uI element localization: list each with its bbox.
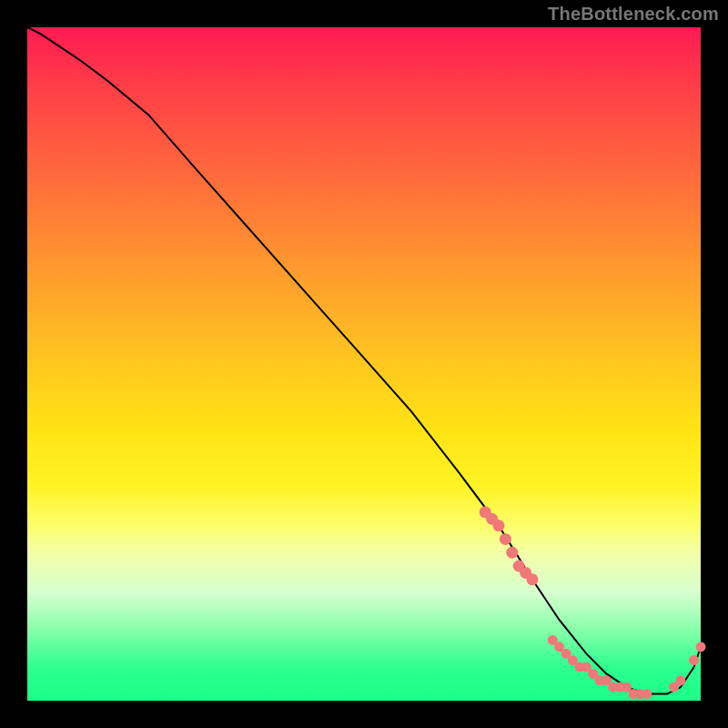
chart-frame: TheBottleneck.com bbox=[0, 0, 728, 728]
curve-marker bbox=[527, 573, 539, 585]
curve-points-upper bbox=[480, 506, 539, 585]
watermark-label: TheBottleneck.com bbox=[548, 4, 719, 25]
curve-layer bbox=[27, 27, 701, 701]
bottleneck-curve bbox=[27, 27, 701, 694]
gradient-plot-area bbox=[27, 27, 701, 701]
curve-marker bbox=[696, 642, 706, 652]
curve-marker bbox=[506, 547, 518, 559]
curve-marker bbox=[493, 520, 505, 531]
curve-marker bbox=[675, 675, 685, 685]
curve-marker bbox=[689, 655, 699, 665]
curve-marker bbox=[642, 689, 652, 699]
curve-marker bbox=[500, 533, 511, 545]
curve-points-tail bbox=[669, 642, 706, 692]
